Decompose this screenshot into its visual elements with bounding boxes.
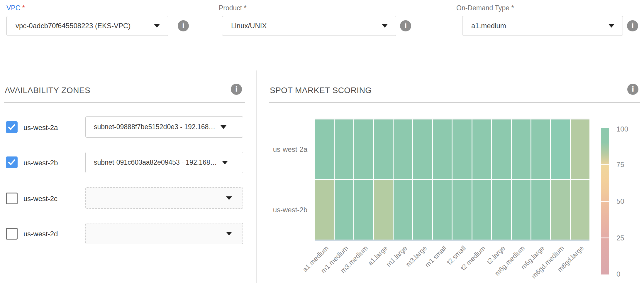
spot-config-page: VPC * vpc-0adcb70f645508223 (EKS-VPC) i … xyxy=(0,0,644,283)
heatmap-cell xyxy=(571,180,589,240)
heatmap-cell xyxy=(472,119,491,179)
vpc-required-asterisk: * xyxy=(22,4,25,12)
heatmap-cell xyxy=(512,180,531,240)
info-icon[interactable]: i xyxy=(627,84,638,95)
az-checkbox-us-west-2b[interactable] xyxy=(6,156,18,168)
az-checkbox-us-west-2c[interactable] xyxy=(6,193,18,204)
heatmap-cell xyxy=(433,180,452,240)
info-icon[interactable]: i xyxy=(178,20,189,31)
heatmap-cell xyxy=(433,119,452,179)
az-label-us-west-2d: us-west-2d xyxy=(23,230,58,238)
subnet-select-us-west-2c[interactable] xyxy=(85,187,243,209)
subnet-select-us-west-2a[interactable]: subnet-09888f7be5152d0e3 - 192.168… xyxy=(85,116,243,138)
subnet-select-us-west-2b[interactable]: subnet-091c603aa82e09453 - 192.168… xyxy=(85,152,243,173)
product-label: Product * xyxy=(219,4,247,12)
heatmap-cell xyxy=(394,180,412,240)
heatmap-cell xyxy=(413,119,432,179)
heatmap-cell xyxy=(335,180,353,240)
az-label-us-west-2a: us-west-2a xyxy=(23,124,58,132)
az-checkbox-us-west-2d[interactable] xyxy=(6,228,18,240)
legend-tick-label: 100 xyxy=(616,125,637,133)
heatmap-cell xyxy=(374,119,393,179)
heatmap-cell xyxy=(492,180,511,240)
heatmap-cell xyxy=(453,180,471,240)
vpc-select[interactable]: vpc-0adcb70f645508223 (EKS-VPC) xyxy=(6,16,168,36)
section-divider xyxy=(4,102,245,103)
heatmap-grid xyxy=(315,119,589,240)
heatmap-cell xyxy=(394,119,412,179)
heatmap-cell xyxy=(512,119,531,179)
heatmap-cell xyxy=(571,119,589,179)
checkmark-icon xyxy=(7,157,17,167)
heatmap-cell xyxy=(374,180,393,240)
subnet-select-value: subnet-091c603aa82e09453 - 192.168… xyxy=(94,159,217,166)
subnet-select-us-west-2d[interactable] xyxy=(85,223,243,244)
legend-tick-label: 25 xyxy=(616,234,637,242)
product-label-text: Product xyxy=(219,4,242,12)
chevron-down-icon xyxy=(609,24,614,28)
az-label-us-west-2c: us-west-2c xyxy=(23,195,57,203)
info-icon[interactable]: i xyxy=(231,84,242,95)
legend-tick-label: 75 xyxy=(616,161,637,169)
availability-zones-title: AVAILABILITY ZONES xyxy=(5,86,90,95)
subnet-select-value: subnet-09888f7be5152d0e3 - 192.168… xyxy=(94,123,215,131)
heatmap-cell xyxy=(472,180,491,240)
heatmap-row-label: us-west-2a xyxy=(249,145,307,154)
ondemand-type-select-value: a1.medium xyxy=(471,22,609,30)
checkmark-icon xyxy=(7,122,17,132)
heatmap-cell xyxy=(551,119,570,179)
legend-tick-line xyxy=(601,237,609,238)
heatmap-cell xyxy=(335,119,353,179)
heatmap-cell xyxy=(354,180,373,240)
spot-market-scoring-title: SPOT MARKET SCORING xyxy=(270,86,372,95)
ondemand-type-label-text: On-Demand Type xyxy=(456,4,509,12)
chevron-down-icon xyxy=(226,232,232,235)
heatmap-cell xyxy=(531,180,550,240)
heatmap-x-axis-line xyxy=(315,240,589,241)
heatmap-cell xyxy=(315,180,334,240)
chevron-down-icon xyxy=(154,24,160,28)
vertical-divider xyxy=(256,70,257,283)
heatmap-cell xyxy=(354,119,373,179)
ondemand-type-label: On-Demand Type * xyxy=(456,4,514,12)
product-select-value: Linux/UNIX xyxy=(231,22,382,30)
heatmap-cell xyxy=(453,119,471,179)
product-required-asterisk: * xyxy=(244,4,247,12)
az-label-us-west-2b: us-west-2b xyxy=(23,159,58,167)
section-divider xyxy=(269,102,640,103)
chevron-down-icon xyxy=(221,125,226,129)
legend-tick-label: 50 xyxy=(616,197,637,205)
info-icon[interactable]: i xyxy=(400,20,411,31)
az-checkbox-us-west-2a[interactable] xyxy=(6,121,18,133)
legend-tick-line xyxy=(601,164,609,165)
legend-tick-label: 0 xyxy=(616,270,637,278)
chevron-down-icon xyxy=(382,24,388,28)
vpc-label: VPC * xyxy=(6,4,25,12)
heatmap-cell xyxy=(413,180,432,240)
legend-tick-line xyxy=(601,201,609,202)
vpc-label-text: VPC xyxy=(6,4,20,12)
heatmap-cell xyxy=(551,180,570,240)
vpc-select-value: vpc-0adcb70f645508223 (EKS-VPC) xyxy=(16,22,154,30)
ondemand-type-select[interactable]: a1.medium xyxy=(462,16,623,36)
heatmap-cell xyxy=(531,119,550,179)
heatmap-cell xyxy=(492,119,511,179)
heatmap-row-label: us-west-2b xyxy=(249,206,307,214)
product-select[interactable]: Linux/UNIX xyxy=(222,16,396,36)
heatmap-cell xyxy=(315,119,334,179)
chevron-down-icon xyxy=(226,196,232,200)
chevron-down-icon xyxy=(222,161,228,164)
info-icon[interactable]: i xyxy=(627,20,638,31)
ondemand-type-required-asterisk: * xyxy=(511,4,514,12)
heatmap-column-label: a1.medium xyxy=(279,244,331,283)
